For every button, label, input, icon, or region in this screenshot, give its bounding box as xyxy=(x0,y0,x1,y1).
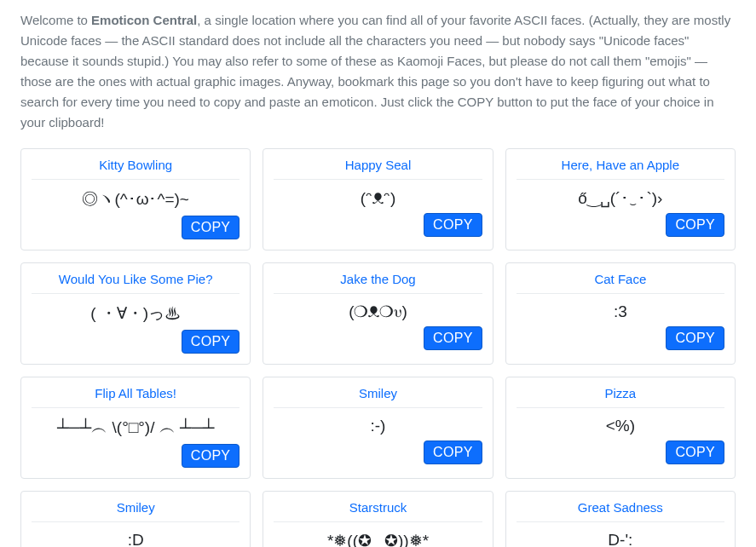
emoticon-card: Pizza<%)COPY xyxy=(505,377,736,479)
emoticon-face: *❅((✪‿✪))❅* xyxy=(274,529,482,547)
emoticon-title: Would You Like Some Pie? xyxy=(32,272,239,294)
emoticon-title: Jake the Dog xyxy=(274,272,482,294)
emoticon-card: Smiley:-)COPY xyxy=(263,377,493,479)
card-actions: COPY xyxy=(32,330,239,354)
copy-button[interactable]: COPY xyxy=(182,216,240,239)
card-actions: COPY xyxy=(517,213,724,237)
intro-text: Welcome to Emoticon Central, a single lo… xyxy=(20,10,736,133)
emoticon-card: Jake the Dog(❍ᴥ❍ʋ)COPY xyxy=(263,262,493,365)
intro-prefix: Welcome to xyxy=(20,13,91,27)
copy-button[interactable]: COPY xyxy=(666,440,724,464)
intro-rest: , a single location where you can find a… xyxy=(20,13,730,130)
emoticon-face: ◎ヽ(^･ω･^=)~ xyxy=(32,187,239,216)
emoticon-title: Flip All Tables! xyxy=(32,386,239,408)
emoticon-card: Cat Face:3COPY xyxy=(505,262,736,365)
card-actions: COPY xyxy=(32,216,239,239)
emoticon-face: (❍ᴥ❍ʋ) xyxy=(274,301,482,326)
copy-button[interactable]: COPY xyxy=(666,213,724,237)
copy-button[interactable]: COPY xyxy=(424,326,482,350)
emoticon-card: Would You Like Some Pie?( ・∀・)っ♨COPY xyxy=(20,262,251,365)
intro-brand: Emoticon Central xyxy=(91,13,197,27)
emoticon-face: ő‿␣(´･‿･`)› xyxy=(517,187,724,213)
emoticon-face: ( ・∀・)っ♨ xyxy=(32,301,239,330)
emoticon-card: Kitty Bowling◎ヽ(^･ω･^=)~COPY xyxy=(20,148,251,250)
emoticon-face: <%) xyxy=(517,415,724,440)
emoticon-card: Happy Seal(ᵔᴥᵔ)COPY xyxy=(263,148,493,250)
card-actions: COPY xyxy=(517,440,724,464)
emoticon-card: Here, Have an Appleő‿␣(´･‿･`)›COPY xyxy=(505,148,736,250)
emoticon-face: :-) xyxy=(274,415,482,440)
emoticon-title: Starstruck xyxy=(274,500,482,522)
copy-button[interactable]: COPY xyxy=(424,213,482,237)
copy-button[interactable]: COPY xyxy=(666,326,724,350)
emoticon-card: Great SadnessD-':COPY xyxy=(505,491,736,547)
card-actions: COPY xyxy=(517,326,724,350)
emoticon-grid: Kitty Bowling◎ヽ(^･ω･^=)~COPYHappy Seal(ᵔ… xyxy=(20,148,736,547)
emoticon-title: Smiley xyxy=(32,500,239,522)
emoticon-face: :3 xyxy=(517,301,724,326)
emoticon-title: Smiley xyxy=(274,386,482,408)
emoticon-title: Cat Face xyxy=(517,272,724,294)
card-actions: COPY xyxy=(274,440,482,464)
emoticon-face: :D xyxy=(32,529,239,547)
emoticon-title: Great Sadness xyxy=(517,500,724,522)
emoticon-face: ┴─┴︵ \(°□°)/ ︵ ┴─┴ xyxy=(32,415,239,444)
emoticon-title: Here, Have an Apple xyxy=(517,158,724,180)
emoticon-face: (ᵔᴥᵔ) xyxy=(274,187,482,213)
copy-button[interactable]: COPY xyxy=(182,444,240,468)
emoticon-face: D-': xyxy=(517,529,724,547)
emoticon-title: Happy Seal xyxy=(274,158,482,180)
emoticon-title: Pizza xyxy=(517,386,724,408)
card-actions: COPY xyxy=(274,213,482,237)
emoticon-card: Starstruck*❅((✪‿✪))❅*COPY xyxy=(263,491,493,547)
copy-button[interactable]: COPY xyxy=(182,330,240,354)
card-actions: COPY xyxy=(32,444,239,468)
copy-button[interactable]: COPY xyxy=(424,440,482,464)
emoticon-title: Kitty Bowling xyxy=(32,158,239,180)
emoticon-card: Flip All Tables!┴─┴︵ \(°□°)/ ︵ ┴─┴COPY xyxy=(20,377,251,479)
card-actions: COPY xyxy=(274,326,482,350)
emoticon-card: Smiley:DCOPY xyxy=(20,491,251,547)
